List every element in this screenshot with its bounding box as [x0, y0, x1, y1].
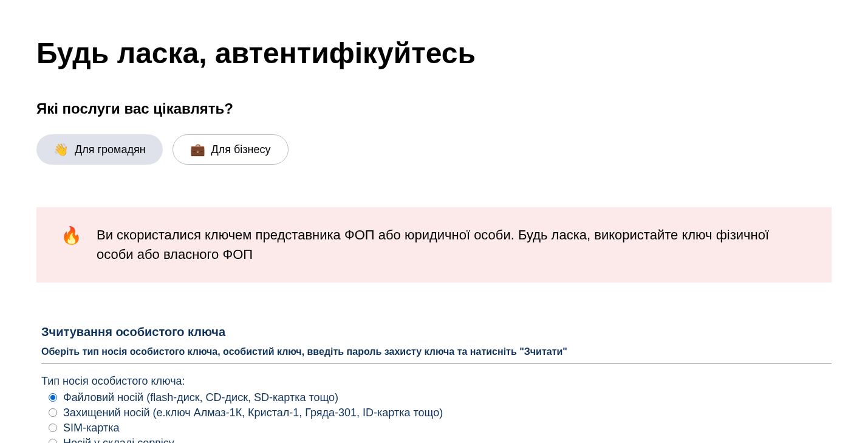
key-reading-section: Зчитування особистого ключа Оберіть тип … — [36, 325, 832, 443]
briefcase-icon: 💼 — [190, 142, 205, 157]
radio-option-sim[interactable]: SIM-картка — [49, 422, 832, 434]
media-type-label: Тип носія особистого ключа: — [41, 375, 832, 388]
radio-label: Захищений носій (е.ключ Алмаз-1К, Криста… — [63, 407, 443, 419]
business-button[interactable]: 💼 Для бізнесу — [173, 134, 289, 165]
key-section-instruction: Оберіть тип носія особистого ключа, особ… — [41, 346, 832, 357]
radio-label: SIM-картка — [63, 422, 119, 434]
wave-hand-icon: 👋 — [53, 142, 69, 157]
radio-icon — [49, 439, 57, 443]
fire-icon: 🔥 — [61, 225, 82, 246]
media-type-radio-group: Файловий носій (flash-диск, CD-диск, SD-… — [41, 391, 832, 443]
alert-text: Ви скористалися ключем представника ФОП … — [97, 225, 807, 264]
radio-icon — [49, 424, 57, 432]
radio-option-secure[interactable]: Захищений носій (е.ключ Алмаз-1К, Криста… — [49, 407, 832, 419]
services-subtitle: Які послуги вас цікавлять? — [36, 100, 832, 117]
alert-box: 🔥 Ви скористалися ключем представника ФО… — [36, 207, 832, 283]
citizens-button-label: Для громадян — [75, 143, 146, 156]
radio-label: Файловий носій (flash-диск, CD-диск, SD-… — [63, 391, 338, 404]
radio-label: Носій у складі сервісу — [63, 437, 174, 443]
radio-icon — [49, 393, 57, 402]
citizens-button[interactable]: 👋 Для громадян — [36, 134, 163, 165]
radio-option-file[interactable]: Файловий носій (flash-диск, CD-диск, SD-… — [49, 391, 832, 404]
service-buttons-group: 👋 Для громадян 💼 Для бізнесу — [36, 134, 832, 165]
business-button-label: Для бізнесу — [211, 143, 271, 156]
page-title: Будь ласка, автентифікуйтесь — [36, 36, 832, 70]
key-section-title: Зчитування особистого ключа — [41, 325, 832, 339]
section-divider — [41, 363, 832, 364]
radio-option-service[interactable]: Носій у складі сервісу — [49, 437, 832, 443]
radio-icon — [49, 408, 57, 417]
